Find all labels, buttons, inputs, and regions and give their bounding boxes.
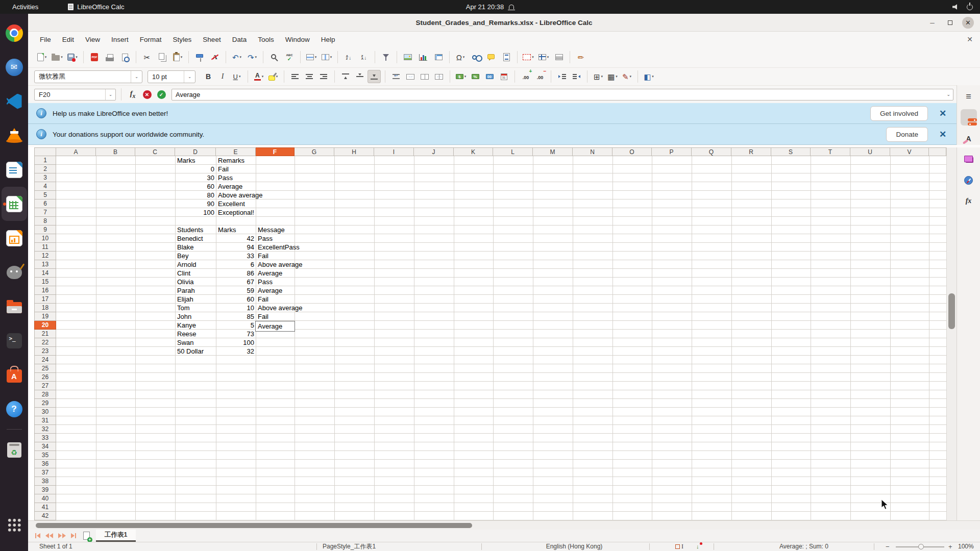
redo-button[interactable]: ↷▾ [244,49,260,65]
row-header-4[interactable]: 4 [34,182,56,191]
cell-D19[interactable]: John [175,312,191,321]
row-header-5[interactable]: 5 [34,191,56,199]
column-header-I[interactable]: I [374,147,414,156]
font-color-button[interactable]: ▾ [252,70,265,83]
column-header-H[interactable]: H [334,147,374,156]
show-draw-functions-button[interactable]: ✏ [573,49,589,65]
insert-comment-button[interactable] [483,49,499,65]
add-sheet-button[interactable] [83,532,90,540]
cell-reference-name-box[interactable]: F20 ⌄ [34,89,116,101]
cell-D17[interactable]: Elijah [175,295,193,304]
cell-D21[interactable]: Reese [175,330,197,338]
menu-edit[interactable]: Edit [57,34,80,45]
function-wizard-button[interactable]: fx [127,89,139,100]
font-name-combobox[interactable]: 微软雅黑 ⌄ [34,70,142,83]
zoom-level[interactable]: 100% [958,542,974,551]
cell-E23[interactable]: 32 [216,347,254,356]
row-header-18[interactable]: 18 [34,304,56,312]
row-header-41[interactable]: 41 [34,503,56,512]
cell-E2[interactable]: Fail [216,165,229,173]
column-header-S[interactable]: S [771,147,811,156]
copy-button[interactable] [155,49,170,65]
previous-sheet-button[interactable] [43,532,55,540]
cell-D10[interactable]: Benedict [175,234,203,243]
export-pdf-button[interactable] [87,49,102,65]
menu-help[interactable]: Help [315,34,341,45]
column-header-L[interactable]: L [493,147,533,156]
cell-D23[interactable]: 50 Dollar [175,347,204,356]
close-button[interactable]: ✕ [962,17,974,29]
clone-formatting-button[interactable] [192,49,207,65]
split-window-button[interactable] [551,49,567,65]
cell-D14[interactable]: Clint [175,269,190,278]
insert-rows-dropdown-icon[interactable]: ▾ [315,55,317,59]
cell-D4[interactable]: 60 [175,182,214,191]
paste-dropdown-icon[interactable]: ▾ [181,55,183,59]
cell-F17[interactable]: Fail [256,295,268,304]
page-style-status[interactable]: PageStyle_工作表1 [323,542,376,551]
row-header-33[interactable]: 33 [34,434,56,442]
column-header-B[interactable]: B [96,147,135,156]
system-status-area[interactable] [952,4,973,10]
insert-columns-dropdown-icon[interactable]: ▾ [330,55,332,59]
formula-input[interactable]: Average [172,89,953,101]
insert-columns-button[interactable]: ▾ [319,49,334,65]
row-header-30[interactable]: 30 [34,408,56,416]
undo-button[interactable]: ↶▾ [229,49,244,65]
add-decimal-place-button[interactable] [519,70,532,83]
row-header-17[interactable]: 17 [34,295,56,304]
dock-chrome[interactable] [2,16,27,50]
cell-E19[interactable]: 85 [216,312,254,321]
format-as-number-button[interactable] [483,70,496,83]
format-as-currency-dropdown-icon[interactable]: ▾ [464,74,467,79]
dock-terminal[interactable] [2,323,27,358]
print-preview-button[interactable] [117,49,133,65]
cell-E4[interactable]: Average [216,182,242,191]
cell-D12[interactable]: Bey [175,252,188,260]
selection-mode-icon[interactable]: I [675,542,683,551]
cell-F13[interactable]: Above average [256,260,302,269]
insert-rows-button[interactable]: ▾ [304,49,319,65]
row-header-26[interactable]: 26 [34,373,56,382]
row-header-13[interactable]: 13 [34,260,56,269]
chevron-down-icon[interactable]: ⌄ [131,71,142,83]
row-header-6[interactable]: 6 [34,199,56,208]
cell-F19[interactable]: Fail [256,312,268,321]
menu-styles[interactable]: Styles [167,34,198,45]
save-dropdown-icon[interactable]: ▾ [76,55,78,59]
border-color-button[interactable]: ✎▾ [620,70,633,83]
underline-button[interactable]: U▾ [230,70,243,83]
define-print-area-dropdown-icon[interactable]: ▾ [532,55,534,59]
zoom-slider-knob[interactable] [918,544,924,549]
horizontal-scrollbar[interactable] [28,520,980,530]
conditional-formatting-dropdown-icon[interactable]: ▾ [652,74,654,79]
row-header-38[interactable]: 38 [34,477,56,486]
row-header-8[interactable]: 8 [34,217,56,226]
highlighting-color-dropdown-icon[interactable]: ▾ [276,74,278,79]
insert-special-character-button[interactable]: Ω▾ [453,49,468,65]
close-document-button[interactable]: ✕ [967,35,973,43]
menu-window[interactable]: Window [280,34,315,45]
cell-E13[interactable]: 6 [216,260,254,269]
document-modified-icon[interactable] [696,542,702,551]
horizontal-scrollbar-thumb[interactable] [36,523,472,528]
row-header-25[interactable]: 25 [34,364,56,373]
format-as-currency-button[interactable]: ▾ [454,70,468,83]
dock-libreoffice-calc[interactable] [2,187,27,221]
cell-E1[interactable]: Remarks [216,156,244,165]
row-header-1[interactable]: 1 [34,156,56,165]
dock-help[interactable] [2,392,27,426]
sidebar-styles-button[interactable] [961,130,977,146]
row-header-22[interactable]: 22 [34,338,56,347]
column-header-D[interactable]: D [175,147,216,156]
cell-E18[interactable]: 10 [216,304,254,312]
underline-dropdown-icon[interactable]: ▾ [239,74,241,79]
row-header-3[interactable]: 3 [34,173,56,182]
dock-gimp[interactable] [2,255,27,289]
insert-chart-button[interactable] [415,49,431,65]
column-header-E[interactable]: E [216,147,256,156]
cell-F18[interactable]: Above average [256,304,302,312]
cell-D2[interactable]: 0 [175,165,214,173]
row-header-23[interactable]: 23 [34,347,56,356]
select-all-corner[interactable] [34,147,56,156]
